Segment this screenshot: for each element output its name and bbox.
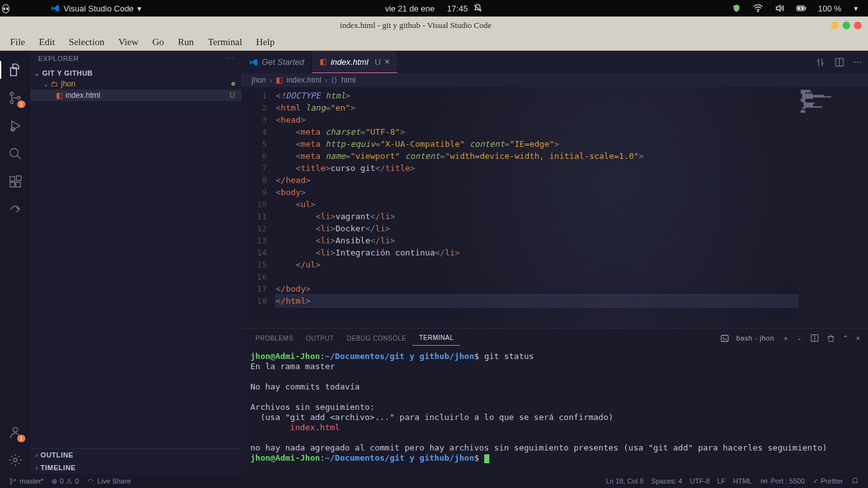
chevron-right-icon: › (270, 77, 272, 84)
wifi-icon[interactable] (753, 3, 763, 13)
editor-more-icon[interactable]: ⋯ (853, 57, 862, 67)
menu-view[interactable]: View (112, 36, 145, 49)
window-minimize[interactable] (831, 22, 839, 29)
timeline-section[interactable]: › TIMELINE (31, 461, 241, 474)
os-active-app[interactable]: Visual Studio Code ▾ (51, 4, 142, 13)
settings-gear-icon[interactable] (6, 451, 24, 469)
split-terminal-icon[interactable] (810, 334, 819, 342)
prettier-status[interactable]: ✓ Prettier (809, 477, 847, 485)
live-share-status[interactable]: Live Share (83, 477, 135, 485)
file-index-html[interactable]: ◧ index.html U (31, 90, 241, 101)
panel: PROBLEMS OUTPUT DEBUG CONSOLE TERMINAL b… (241, 328, 868, 474)
chevron-right-icon: › (325, 77, 327, 84)
cursor-position[interactable]: Ln 18, Col 8 (602, 477, 647, 485)
notifications-off-icon (473, 3, 483, 13)
error-icon: ⊗ (51, 477, 57, 485)
svg-point-7 (10, 92, 13, 95)
svg-point-17 (13, 458, 17, 462)
svg-rect-14 (16, 182, 20, 187)
menu-file[interactable]: File (4, 36, 31, 49)
outline-section[interactable]: › OUTLINE (31, 449, 241, 461)
html-icon: ◧ (276, 76, 283, 85)
live-server[interactable]: Port : 5500 (756, 477, 809, 485)
panel-tab-problems[interactable]: PROBLEMS (249, 331, 300, 346)
window-maximize[interactable] (843, 22, 850, 29)
compare-icon[interactable] (815, 57, 825, 67)
vscode-icon (249, 58, 258, 67)
code-brackets-icon: ⟨⟩ (331, 76, 337, 85)
code-editor[interactable]: 123456789101112131415161718 <!DOCTYPE ht… (241, 87, 868, 328)
menu-edit[interactable]: Edit (32, 36, 61, 49)
alienware-logo (0, 3, 44, 14)
chevron-right-icon: › (36, 464, 38, 471)
kill-terminal-icon[interactable] (827, 334, 835, 342)
search-icon[interactable] (6, 145, 24, 163)
svg-point-11 (10, 149, 18, 157)
menu-go[interactable]: Go (146, 36, 170, 49)
battery-icon[interactable] (796, 3, 806, 13)
menu-dropdown-icon[interactable]: ▼ (853, 5, 859, 12)
maximize-panel-icon[interactable]: ⌃ (843, 334, 849, 342)
panel-tab-debug[interactable]: DEBUG CONSOLE (341, 331, 413, 346)
os-app-name: Visual Studio Code (64, 4, 133, 13)
window-titlebar: index.html - git y github - Visual Studi… (0, 17, 868, 34)
accounts-badge: 1 (17, 435, 25, 442)
sidebar-more-icon[interactable]: ⋯ (227, 55, 234, 63)
file-git-status: U (229, 91, 241, 100)
source-control-icon[interactable]: 1 (6, 89, 24, 107)
svg-point-22 (10, 483, 11, 484)
explorer-sidebar: EXPLORER ⋯ ⌄ GIT Y GITHUB ⌄ 🗀 jhon ◧ ind… (31, 51, 241, 474)
panel-tab-terminal[interactable]: TERMINAL (412, 330, 460, 346)
os-clock[interactable]: vie 21 de ene 17:45 (385, 3, 483, 13)
svg-point-21 (10, 478, 11, 479)
code-content[interactable]: <!DOCTYPE html><html lang="en"><head> <m… (276, 87, 798, 328)
check-icon: ✓ (813, 477, 818, 485)
os-top-bar: Visual Studio Code ▾ vie 21 de ene 17:45… (0, 0, 868, 17)
eol[interactable]: LF (714, 477, 729, 485)
workspace-root[interactable]: ⌄ GIT Y GITHUB (31, 68, 241, 78)
accounts-icon[interactable]: 1 (6, 423, 24, 441)
panel-tab-output[interactable]: OUTPUT (300, 331, 341, 346)
folder-modified-dot (231, 82, 235, 86)
warning-icon: ⚠ (66, 477, 72, 485)
tab-get-started[interactable]: Get Started (241, 51, 312, 73)
menu-help[interactable]: Help (250, 36, 281, 49)
svg-point-24 (763, 480, 765, 482)
sidebar-title: EXPLORER (38, 55, 79, 63)
terminal-shell-label[interactable]: bash - jhon (736, 334, 775, 342)
language-mode[interactable]: HTML (729, 477, 756, 485)
explorer-icon[interactable] (6, 61, 24, 79)
close-panel-icon[interactable]: × (856, 334, 860, 342)
svg-point-3 (758, 11, 759, 11)
indentation[interactable]: Spaces: 4 (648, 477, 686, 485)
git-branch[interactable]: master* (5, 477, 48, 485)
window-close[interactable] (854, 22, 862, 29)
terminal-content[interactable]: jhon@Admi-Jhon:~/Documentos/git y github… (241, 348, 868, 474)
volume-icon[interactable] (775, 3, 785, 13)
shield-icon[interactable] (731, 3, 742, 13)
dropdown-icon: ▾ (137, 4, 142, 13)
new-terminal-icon[interactable]: ＋ (782, 334, 790, 343)
html-icon: ◧ (320, 57, 327, 66)
terminal-shell-icon (721, 334, 729, 342)
run-debug-icon[interactable] (6, 117, 24, 135)
window-controls (831, 22, 868, 29)
os-tray: 100 % ▼ (731, 3, 868, 13)
activity-bar: 1 1 (0, 51, 31, 474)
terminal-dropdown-icon[interactable]: ⌄ (797, 335, 803, 341)
live-share-icon[interactable] (6, 201, 24, 219)
menu-selection[interactable]: Selection (62, 36, 111, 49)
extensions-icon[interactable] (6, 173, 24, 191)
encoding[interactable]: UTF-8 (686, 477, 714, 485)
menu-terminal[interactable]: Terminal (201, 36, 248, 49)
chevron-down-icon: ⌄ (34, 70, 40, 77)
menu-run[interactable]: Run (172, 36, 200, 49)
breadcrumb[interactable]: jhon › ◧ index.html › ⟨⟩ html (241, 73, 868, 87)
split-editor-icon[interactable] (834, 57, 844, 67)
folder-jhon[interactable]: ⌄ 🗀 jhon (31, 78, 241, 90)
minimap[interactable]: ████████████ ██████████████ ██████ █████… (798, 87, 868, 328)
notifications-icon[interactable] (847, 477, 863, 485)
problems-count[interactable]: ⊗0 ⚠0 (48, 477, 83, 485)
tab-close-icon[interactable]: × (384, 57, 390, 67)
tab-index-html[interactable]: ◧ index.html U × (312, 51, 398, 73)
